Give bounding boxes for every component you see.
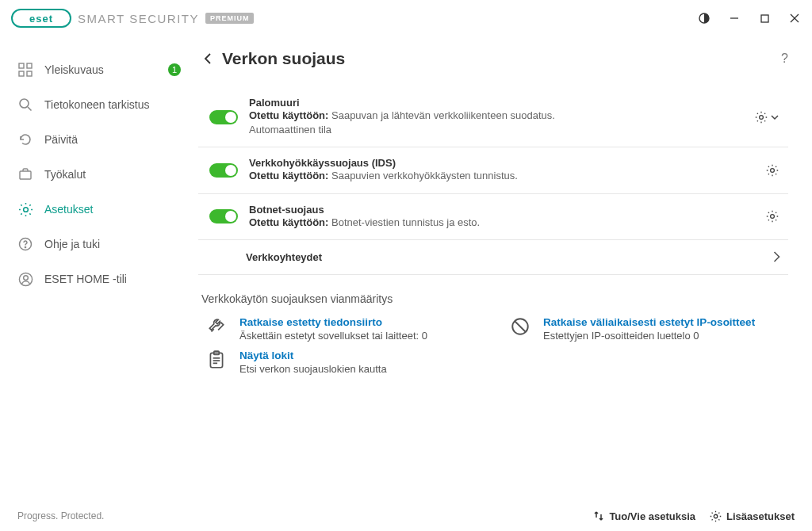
troubleshoot-blocked-comm[interactable]: Ratkaise estetty tiedonsiirto Äskettäin …	[205, 316, 485, 342]
troubleshoot-desc: Etsi verkon suojauslokien kautta	[239, 363, 387, 375]
advanced-settings-button[interactable]: Lisäasetukset	[710, 510, 795, 522]
sidebar-item-scan[interactable]: Tietokoneen tarkistus	[0, 87, 198, 122]
footer-tagline: Progress. Protected.	[17, 510, 104, 521]
help-button[interactable]: ?	[781, 52, 788, 66]
eset-logo: eset	[11, 9, 71, 28]
svg-point-11	[20, 99, 29, 108]
troubleshoot-link: Ratkaise estetty tiedonsiirto	[239, 316, 427, 328]
sidebar-item-update[interactable]: Päivitä	[0, 122, 198, 157]
sidebar-item-help[interactable]: Ohje ja tuki	[0, 227, 198, 262]
gear-icon	[755, 111, 768, 124]
module-settings-button[interactable]	[763, 207, 782, 226]
svg-point-20	[771, 169, 775, 173]
module-desc: Otettu käyttöön: Saapuvien verkkohyökkäy…	[249, 169, 763, 183]
window-header: eset SMART SECURITY PREMIUM	[0, 0, 812, 36]
search-icon	[17, 97, 33, 113]
premium-badge: PREMIUM	[205, 13, 255, 24]
module-firewall: Palomuuri Otettu käyttöön: Saapuvan ja l…	[198, 87, 788, 147]
module-title: Palomuuri	[249, 97, 752, 109]
toggle-ids[interactable]	[209, 163, 238, 178]
toggle-botnet[interactable]	[209, 209, 238, 223]
page-title: Verkon suojaus	[222, 49, 345, 68]
sidebar-item-label: Ohje ja tuki	[44, 238, 100, 250]
module-ids: Verkkohyökkäyssuojaus (IDS) Otettu käytt…	[198, 147, 788, 193]
module-desc: Otettu käyttöön: Botnet-viestien tunnist…	[249, 216, 763, 230]
module-settings-button[interactable]	[763, 161, 782, 180]
user-icon	[17, 271, 33, 287]
troubleshoot-link: Ratkaise väliaikaisesti estetyt IP-osoit…	[543, 316, 755, 328]
svg-line-12	[28, 107, 32, 111]
module-desc-2: Automaattinen tila	[249, 123, 752, 137]
briefcase-icon	[17, 166, 33, 182]
sidebar-item-label: Työkalut	[44, 168, 86, 181]
svg-text:eset: eset	[29, 13, 53, 25]
gear-icon	[766, 210, 779, 223]
svg-rect-4	[761, 15, 768, 22]
svg-point-29	[714, 514, 718, 518]
module-title: Botnet-suojaus	[249, 204, 763, 216]
contrast-icon[interactable]	[698, 12, 710, 25]
svg-point-19	[760, 115, 764, 119]
module-title: Verkkohyökkäyssuojaus (IDS)	[249, 157, 763, 169]
sidebar-item-label: ESET HOME -tili	[44, 273, 127, 285]
svg-rect-10	[27, 71, 32, 76]
minimize-icon[interactable]	[728, 12, 741, 25]
import-export-icon	[593, 510, 604, 521]
svg-line-23	[515, 321, 526, 332]
troubleshoot-logs[interactable]: Näytä lokit Etsi verkon suojauslokien ka…	[205, 350, 485, 375]
svg-point-14	[23, 207, 28, 212]
module-botnet: Botnet-suojaus Otettu käyttöön: Botnet-v…	[198, 194, 788, 240]
svg-rect-7	[19, 63, 24, 68]
sidebar-item-label: Päivitä	[44, 133, 78, 146]
troubleshoot-blocked-ip[interactable]: Ratkaise väliaikaisesti estetyt IP-osoit…	[508, 316, 788, 342]
troubleshoot-desc: Äskettäin estetyt sovellukset tai laitte…	[239, 330, 427, 342]
footer: Progress. Protected. Tuo/Vie asetuksia L…	[0, 501, 812, 531]
sidebar-item-overview[interactable]: Yleiskuvaus 1	[0, 52, 198, 87]
sidebar-badge: 1	[168, 63, 181, 76]
refresh-icon	[17, 132, 33, 147]
sidebar: Yleiskuvaus 1 Tietokoneen tarkistus Päiv…	[0, 36, 198, 501]
svg-rect-9	[19, 71, 24, 76]
main-content: Verkon suojaus ? Palomuuri Otettu käyttö…	[198, 36, 812, 501]
network-connections-label: Verkkoyhteydet	[246, 251, 322, 263]
close-icon[interactable]	[788, 12, 801, 25]
gear-icon	[710, 510, 722, 522]
gear-icon	[17, 201, 33, 217]
import-export-button[interactable]: Tuo/Vie asetuksia	[593, 510, 695, 522]
overview-icon	[17, 62, 33, 78]
sidebar-item-label: Tietokoneen tarkistus	[44, 98, 150, 111]
svg-rect-8	[27, 63, 32, 68]
maximize-icon[interactable]	[758, 12, 771, 25]
brand-area: eset SMART SECURITY PREMIUM	[11, 9, 254, 28]
sidebar-item-settings[interactable]: Asetukset	[0, 192, 198, 227]
network-connections-row[interactable]: Verkkoyhteydet	[198, 240, 788, 275]
sidebar-item-tools[interactable]: Työkalut	[0, 157, 198, 192]
clipboard-icon	[205, 350, 228, 373]
chevron-down-icon	[771, 113, 779, 121]
svg-point-18	[23, 275, 28, 280]
wrench-icon	[205, 316, 228, 340]
module-desc: Otettu käyttöön: Saapuvan ja lähtevän ve…	[249, 109, 752, 123]
help-icon	[17, 236, 33, 252]
sidebar-item-account[interactable]: ESET HOME -tili	[0, 262, 198, 296]
product-name: SMART SECURITY	[78, 12, 199, 25]
module-settings-button[interactable]	[752, 108, 782, 127]
toggle-firewall[interactable]	[209, 110, 238, 124]
back-button[interactable]	[198, 49, 217, 68]
gear-icon	[766, 164, 779, 177]
svg-point-16	[25, 246, 25, 247]
troubleshoot-link: Näytä lokit	[239, 350, 387, 361]
sidebar-item-label: Asetukset	[44, 203, 93, 216]
troubleshoot-desc: Estettyjen IP-osoitteiden luettelo 0	[543, 330, 755, 342]
troubleshoot-heading: Verkkokäytön suojauksen vianmääritys	[201, 292, 788, 305]
svg-rect-13	[20, 171, 31, 179]
block-icon	[508, 316, 532, 340]
svg-point-21	[771, 215, 775, 219]
chevron-right-icon	[773, 251, 780, 262]
sidebar-item-label: Yleiskuvaus	[44, 63, 104, 76]
